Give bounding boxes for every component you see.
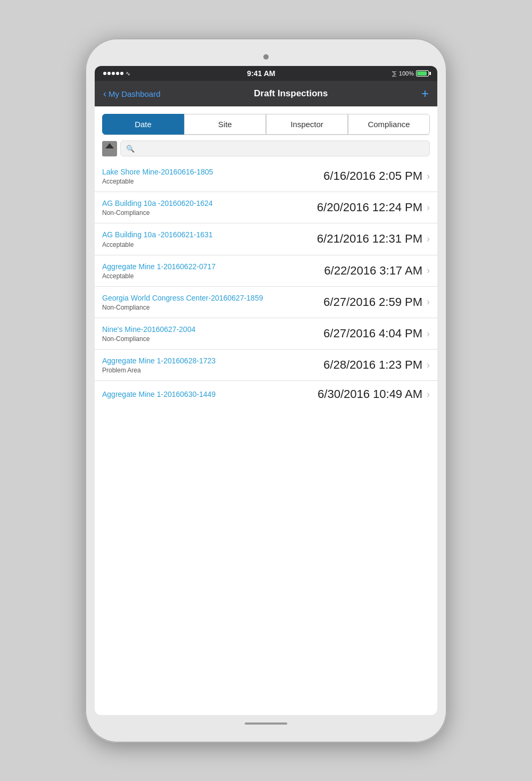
tab-date[interactable]: Date: [102, 114, 184, 135]
signal-dots: [103, 72, 123, 75]
sort-buttons[interactable]: [102, 141, 117, 156]
inspection-list: Lake Shore Mine-20160616-1805 Acceptable…: [95, 161, 437, 408]
row-chevron-icon-5: ›: [427, 296, 430, 308]
row-status-6: Non-Compliance: [102, 335, 317, 343]
table-row[interactable]: Georgia World Congress Center-20160627-1…: [95, 287, 437, 318]
row-date-3: 6/21/2016 12:31 PM: [317, 232, 422, 246]
tab-inspector[interactable]: Inspector: [266, 114, 348, 135]
row-left-4: Aggregate Mine 1-20160622-0717 Acceptabl…: [102, 262, 318, 280]
tablet-device: ∿ 9:41 AM ⅀ 100% ‹ My Dashboard Draft In…: [85, 38, 447, 743]
table-row[interactable]: AG Building 10a -20160621-1631 Acceptabl…: [95, 223, 437, 255]
row-chevron-icon-4: ›: [427, 265, 430, 276]
table-row[interactable]: AG Building 10a -20160620-1624 Non-Compl…: [95, 192, 437, 223]
row-status-2: Non-Compliance: [102, 209, 311, 217]
status-time: 9:41 AM: [247, 69, 275, 78]
back-label: My Dashboard: [109, 89, 161, 98]
site-link-3[interactable]: AG Building 10a -20160621-1631: [102, 230, 311, 239]
row-left-1: Lake Shore Mine-20160616-1805 Acceptable: [102, 167, 317, 185]
row-status-5: Non-Compliance: [102, 304, 317, 311]
row-left-5: Georgia World Congress Center-20160627-1…: [102, 293, 317, 311]
home-bar: [245, 722, 287, 725]
site-link-7[interactable]: Aggregate Mine 1-20160628-1723: [102, 356, 317, 365]
row-date-4: 6/22/2016 3:17 AM: [324, 264, 422, 278]
row-left-6: Nine's Mine-20160627-2004 Non-Compliance: [102, 325, 317, 343]
table-row[interactable]: Aggregate Mine 1-20160628-1723 Problem A…: [95, 350, 437, 381]
row-chevron-icon-1: ›: [427, 171, 430, 182]
sort-search-bar: 🔍: [102, 140, 430, 156]
row-date-7: 6/28/2016 1:23 PM: [323, 358, 422, 372]
row-chevron-icon-3: ›: [427, 234, 430, 245]
row-status-4: Acceptable: [102, 272, 318, 280]
status-bar: ∿ 9:41 AM ⅀ 100%: [95, 66, 437, 81]
row-date-5: 6/27/2016 2:59 PM: [323, 295, 422, 309]
battery-percent: 100%: [399, 70, 414, 77]
search-input[interactable]: [138, 144, 424, 153]
tab-bar: DateSiteInspectorCompliance: [102, 114, 430, 135]
tab-compliance[interactable]: Compliance: [348, 114, 430, 135]
row-date-6: 6/27/2016 4:04 PM: [323, 327, 422, 340]
nav-bar: ‹ My Dashboard Draft Inspections +: [95, 81, 437, 106]
table-row[interactable]: Aggregate Mine 1-20160630-1449 6/30/2016…: [95, 381, 437, 408]
back-button[interactable]: ‹ My Dashboard: [103, 88, 161, 99]
battery-fill: [417, 71, 427, 76]
nav-title: Draft Inspections: [254, 88, 328, 99]
row-left-3: AG Building 10a -20160621-1631 Acceptabl…: [102, 230, 311, 248]
table-row[interactable]: Aggregate Mine 1-20160622-0717 Acceptabl…: [95, 255, 437, 287]
row-left-2: AG Building 10a -20160620-1624 Non-Compl…: [102, 198, 311, 217]
row-chevron-icon-7: ›: [427, 360, 430, 371]
site-link-6[interactable]: Nine's Mine-20160627-2004: [102, 325, 317, 334]
row-date-8: 6/30/2016 10:49 AM: [318, 387, 422, 401]
row-date-1: 6/16/2016 2:05 PM: [323, 169, 422, 183]
tab-site[interactable]: Site: [184, 114, 266, 135]
table-row[interactable]: Lake Shore Mine-20160616-1805 Acceptable…: [95, 161, 437, 192]
sort-descending-icon[interactable]: [105, 149, 114, 154]
search-wrap: 🔍: [120, 140, 430, 156]
search-icon: 🔍: [126, 145, 135, 153]
battery-icon: [416, 70, 429, 77]
row-status-7: Problem Area: [102, 367, 317, 374]
tablet-camera: [263, 54, 269, 60]
site-link-5[interactable]: Georgia World Congress Center-20160627-1…: [102, 293, 317, 303]
wifi-icon: ∿: [126, 70, 130, 77]
row-chevron-icon-8: ›: [427, 389, 430, 400]
add-button[interactable]: +: [421, 86, 429, 101]
status-right: ⅀ 100%: [392, 70, 429, 77]
site-link-1[interactable]: Lake Shore Mine-20160616-1805: [102, 167, 317, 177]
site-link-2[interactable]: AG Building 10a -20160620-1624: [102, 198, 311, 208]
bluetooth-icon: ⅀: [392, 70, 397, 77]
sort-ascending-icon[interactable]: [105, 143, 114, 148]
table-row[interactable]: Nine's Mine-20160627-2004 Non-Compliance…: [95, 318, 437, 350]
back-chevron-icon: ‹: [103, 88, 106, 99]
tablet-screen: ∿ 9:41 AM ⅀ 100% ‹ My Dashboard Draft In…: [95, 66, 437, 715]
row-left-7: Aggregate Mine 1-20160628-1723 Problem A…: [102, 356, 317, 374]
row-status-1: Acceptable: [102, 178, 317, 185]
row-chevron-icon-2: ›: [427, 202, 430, 213]
status-left: ∿: [103, 70, 130, 77]
row-date-2: 6/20/2016 12:24 PM: [317, 201, 422, 214]
row-left-8: Aggregate Mine 1-20160630-1449: [102, 389, 311, 399]
site-link-8[interactable]: Aggregate Mine 1-20160630-1449: [102, 389, 311, 399]
site-link-4[interactable]: Aggregate Mine 1-20160622-0717: [102, 262, 318, 271]
row-chevron-icon-6: ›: [427, 328, 430, 339]
row-status-3: Acceptable: [102, 241, 311, 248]
